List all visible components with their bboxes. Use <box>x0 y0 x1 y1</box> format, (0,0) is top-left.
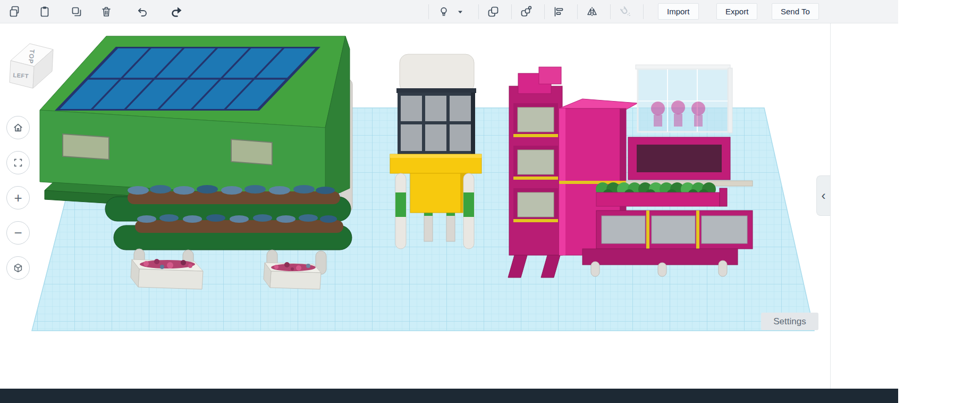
chevron-left-icon: ‹ <box>822 188 826 203</box>
glass-rooftop-box <box>636 65 732 133</box>
shelf-unit <box>513 188 558 222</box>
toolbar-divider <box>643 4 644 19</box>
shelf-unit <box>513 146 558 180</box>
zoom-out-button[interactable]: − <box>6 221 30 245</box>
export-button[interactable]: Export <box>716 3 757 20</box>
copy-icon[interactable] <box>5 2 24 21</box>
design-canvas[interactable] <box>0 23 830 389</box>
settings-button[interactable]: Settings <box>761 313 818 330</box>
duplicate-icon[interactable] <box>67 2 86 21</box>
toolbar: Import Export Send To <box>0 0 898 23</box>
toolbar-divider <box>428 4 429 19</box>
toolbar-divider <box>478 4 479 19</box>
fit-view-icon <box>12 157 24 169</box>
zoom-in-button[interactable]: + <box>6 186 30 209</box>
tower-box <box>410 173 469 213</box>
hedge-row <box>596 182 727 206</box>
redo-icon[interactable] <box>167 2 186 21</box>
minus-icon: − <box>14 226 22 240</box>
paste-icon[interactable] <box>35 2 54 21</box>
toggle-visibility-icon[interactable] <box>435 2 453 21</box>
tower-roof <box>400 54 474 93</box>
mirror-icon[interactable] <box>582 2 602 21</box>
model-magenta-building[interactable] <box>508 65 753 278</box>
snap-magnet-icon[interactable] <box>615 2 635 21</box>
import-button[interactable]: Import <box>658 3 699 20</box>
planter-cylinder-row <box>114 214 352 250</box>
perspective-toggle-button[interactable] <box>6 256 30 280</box>
send-to-button[interactable]: Send To <box>772 3 819 20</box>
planter-row <box>596 211 753 249</box>
home-icon <box>12 122 24 133</box>
panel-expand-button[interactable]: ‹ <box>816 175 830 216</box>
flower-box <box>131 259 203 289</box>
group-icon[interactable] <box>484 2 503 21</box>
flower-box <box>264 262 321 289</box>
support-leg <box>658 263 666 276</box>
fit-view-button[interactable] <box>6 151 30 174</box>
ungroup-icon[interactable] <box>517 2 536 21</box>
plus-icon: + <box>14 191 22 205</box>
shapes-panel-collapsed <box>830 23 898 389</box>
toolbar-divider <box>610 4 611 19</box>
toolbar-divider <box>544 4 545 19</box>
window <box>231 139 272 165</box>
delete-icon[interactable] <box>97 2 116 21</box>
viewcube-left-label: LEFT <box>13 72 29 79</box>
viewcube[interactable]: TOP LEFT <box>4 39 63 97</box>
support-leg <box>719 261 727 276</box>
shelf-unit <box>513 103 558 137</box>
toolbar-divider <box>511 4 512 19</box>
toolbar-divider <box>577 4 578 19</box>
perspective-cube-icon <box>12 262 24 274</box>
support-leg <box>591 262 599 276</box>
home-view-button[interactable] <box>6 116 30 139</box>
tinkercad-editor-window: Import Export Send To <box>0 0 980 403</box>
scene-svg <box>0 23 830 389</box>
align-icon[interactable] <box>550 2 569 21</box>
visibility-dropdown-caret-icon[interactable] <box>455 2 466 21</box>
bottom-bar <box>0 389 898 403</box>
undo-icon[interactable] <box>133 2 152 21</box>
window <box>63 134 109 159</box>
